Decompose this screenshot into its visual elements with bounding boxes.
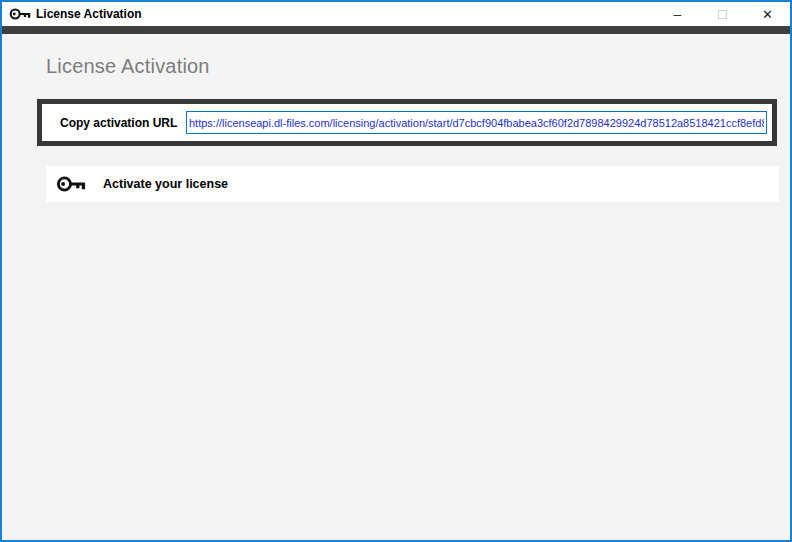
caption-buttons: – ✕ xyxy=(655,2,790,26)
copy-activation-url-label: Copy activation URL xyxy=(42,116,186,130)
maximize-icon xyxy=(718,10,727,19)
minimize-icon: – xyxy=(674,9,682,19)
close-button[interactable]: ✕ xyxy=(745,2,790,26)
close-icon: ✕ xyxy=(762,7,773,22)
license-activation-window: License Activation – ✕ License Activatio… xyxy=(0,0,792,542)
key-icon xyxy=(56,173,86,195)
copy-activation-url-box: Copy activation URL xyxy=(37,99,777,146)
maximize-button xyxy=(700,2,745,26)
page-title: License Activation xyxy=(46,55,210,78)
titlebar-divider-band xyxy=(2,26,790,34)
key-icon xyxy=(9,6,31,22)
activate-license-row[interactable]: Activate your license xyxy=(46,166,779,202)
titlebar: License Activation – ✕ xyxy=(2,2,790,26)
activation-url-input[interactable] xyxy=(186,111,767,134)
window-title: License Activation xyxy=(36,7,142,21)
activate-license-label: Activate your license xyxy=(103,177,228,191)
minimize-button[interactable]: – xyxy=(655,2,700,26)
content-area: License Activation Copy activation URL A… xyxy=(2,34,790,540)
